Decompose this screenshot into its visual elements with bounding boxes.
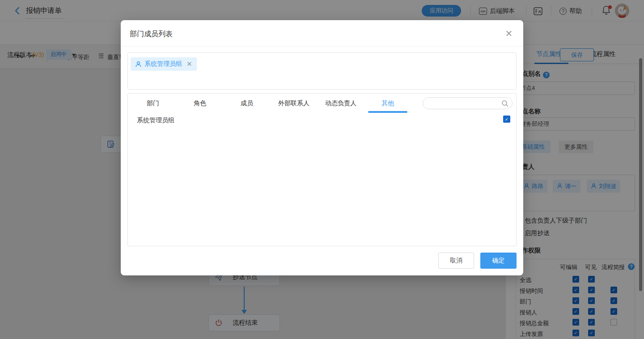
tag-label: 系统管理员组 <box>144 60 182 68</box>
tag-remove-icon[interactable]: ✕ <box>186 60 192 68</box>
tab-member[interactable]: 成员 <box>241 99 253 107</box>
list-item[interactable]: 系统管理员组 <box>128 112 516 128</box>
person-icon <box>135 61 142 68</box>
confirm-button[interactable]: 确定 <box>480 253 517 269</box>
selected-member-tag[interactable]: 系统管理员组 ✕ <box>131 57 197 71</box>
tab-department[interactable]: 部门 <box>147 99 159 107</box>
search-icon <box>501 100 508 107</box>
search-box <box>423 97 513 109</box>
list-item-label: 系统管理员组 <box>137 116 174 124</box>
tab-other[interactable]: 其他 <box>381 99 394 107</box>
divider <box>121 46 523 47</box>
member-list-modal: 部门成员列表 ✕ 系统管理员组 ✕ 部门 角色 成员 外部联系人 动态负责人 其… <box>121 20 523 275</box>
modal-title: 部门成员列表 <box>130 30 173 39</box>
close-icon[interactable]: ✕ <box>504 28 514 39</box>
search-input[interactable] <box>428 99 500 108</box>
tab-external-contact[interactable]: 外部联系人 <box>278 99 309 107</box>
list-item-checkbox[interactable] <box>503 116 510 123</box>
tab-dynamic-owner[interactable]: 动态负责人 <box>325 99 356 107</box>
cancel-button[interactable]: 取消 <box>438 253 474 269</box>
tab-role[interactable]: 角色 <box>194 99 206 107</box>
member-picker: 部门 角色 成员 外部联系人 动态负责人 其他 系统管理员组 <box>127 93 517 246</box>
picker-tabs: 部门 角色 成员 外部联系人 动态负责人 其他 <box>128 94 516 112</box>
selected-members-box: 系统管理员组 ✕ <box>127 52 517 90</box>
